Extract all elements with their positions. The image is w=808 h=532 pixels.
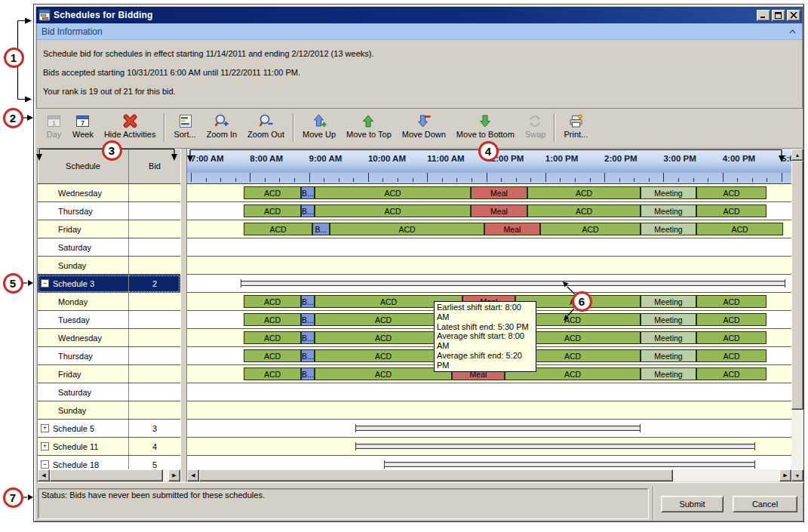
chart-hscroll-thumb[interactable] (199, 469, 673, 481)
schedule-row-tuesday-7[interactable]: Tuesday (38, 311, 180, 329)
summary-bar[interactable] (355, 426, 641, 431)
schedule-row-schedule-11-14[interactable]: +Schedule 114 (38, 438, 180, 456)
summary-bar[interactable] (355, 444, 755, 449)
week-button[interactable]: 7Week (67, 111, 99, 140)
scroll-down-button[interactable]: ▼ (791, 469, 803, 481)
acd-activity-bar[interactable]: ACD (315, 204, 471, 217)
meal-activity-bar[interactable]: Meal (484, 223, 540, 235)
schedule-row-wednesday-8[interactable]: Wednesday (38, 329, 180, 347)
acd-activity-bar[interactable]: ACD (315, 331, 452, 344)
close-button[interactable] (787, 10, 800, 21)
schedule-row-schedule-5-13[interactable]: +Schedule 53 (38, 420, 180, 438)
break-activity-bar[interactable]: B... (301, 313, 315, 326)
meeting-activity-bar[interactable]: Meeting (641, 313, 696, 326)
table-hscrollbar[interactable]: ◀ ▶ (38, 469, 180, 481)
acd-activity-bar[interactable]: ACD (527, 186, 641, 199)
acd-activity-bar[interactable]: ACD (696, 313, 767, 326)
vscroll-thumb[interactable] (791, 161, 803, 410)
schedule-row-friday-10[interactable]: Friday (38, 365, 180, 383)
break-activity-bar[interactable]: B... (301, 331, 315, 344)
schedule-row-schedule-18-15[interactable]: −Schedule 185 (38, 456, 180, 469)
break-activity-bar[interactable]: B... (312, 223, 330, 235)
expand-row-icon[interactable]: + (41, 442, 49, 451)
print-button[interactable]: Print... (558, 111, 593, 140)
acd-activity-bar[interactable]: ACD (244, 313, 301, 326)
summary-bar[interactable] (241, 281, 785, 286)
vscrollbar[interactable]: ▲ ▼ (791, 149, 803, 481)
acd-activity-bar[interactable]: ACD (696, 331, 767, 344)
day-button[interactable]: 1Day (41, 111, 67, 140)
meeting-activity-bar[interactable]: Meeting (641, 349, 696, 362)
zoom-out-button[interactable]: Zoom Out (242, 111, 290, 140)
meeting-activity-bar[interactable]: Meeting (641, 367, 696, 380)
scroll-up-button[interactable]: ▲ (791, 149, 803, 161)
chart-scroll-left-button[interactable]: ◀ (187, 469, 199, 481)
schedule-row-saturday-3[interactable]: Saturday (38, 238, 180, 257)
acd-activity-bar[interactable]: ACD (244, 367, 301, 380)
collapse-row-icon[interactable]: − (41, 460, 49, 469)
acd-activity-bar[interactable]: ACD (696, 349, 767, 362)
acd-activity-bar[interactable]: ACD (244, 349, 301, 362)
table-scroll-right-button[interactable]: ▶ (168, 469, 180, 481)
meeting-activity-bar[interactable]: Meeting (641, 186, 696, 199)
collapse-icon[interactable] (787, 26, 797, 37)
meeting-activity-bar[interactable]: Meeting (641, 295, 696, 308)
break-activity-bar[interactable]: B... (301, 186, 315, 199)
meeting-activity-bar[interactable]: Meeting (641, 204, 696, 217)
move-up-button[interactable]: Move Up (297, 111, 341, 140)
meal-activity-bar[interactable]: Meal (471, 186, 527, 199)
acd-activity-bar[interactable]: ACD (527, 204, 641, 217)
acd-activity-bar[interactable]: ACD (696, 367, 767, 380)
acd-activity-bar[interactable]: ACD (244, 295, 301, 308)
chart-scroll-right-button[interactable]: ▶ (779, 469, 791, 481)
break-activity-bar[interactable]: B... (301, 367, 315, 380)
meeting-activity-bar[interactable]: Meeting (641, 331, 696, 344)
summary-bar[interactable] (384, 462, 755, 467)
acd-activity-bar[interactable]: ACD (696, 186, 767, 199)
schedule-column-header[interactable]: Schedule (38, 149, 129, 183)
collapse-row-icon[interactable]: − (41, 279, 49, 288)
acd-activity-bar[interactable]: ACD (315, 313, 452, 326)
hide-activities-button[interactable]: Hide Activities (99, 111, 161, 140)
acd-activity-bar[interactable]: ACD (244, 331, 301, 344)
move-to-bottom-button[interactable]: Move to Bottom (451, 111, 520, 140)
splitter[interactable] (180, 149, 187, 481)
minimize-button[interactable] (757, 10, 770, 21)
schedule-row-sunday-12[interactable]: Sunday (38, 401, 180, 420)
chart-hscrollbar[interactable]: ◀ ▶ (187, 469, 791, 481)
acd-activity-bar[interactable]: ACD (315, 367, 452, 380)
table-hscroll-thumb[interactable] (50, 469, 163, 481)
submit-button[interactable]: Submit (661, 496, 724, 512)
acd-activity-bar[interactable]: ACD (244, 223, 312, 235)
acd-activity-bar[interactable]: ACD (696, 295, 767, 308)
move-to-top-button[interactable]: Move to Top (341, 111, 397, 140)
cancel-button[interactable]: Cancel (733, 496, 797, 512)
schedule-row-schedule-3-5[interactable]: −Schedule 32 (38, 275, 180, 293)
acd-activity-bar[interactable]: ACD (696, 204, 767, 217)
break-activity-bar[interactable]: B... (301, 204, 315, 217)
break-activity-bar[interactable]: B... (301, 295, 315, 308)
schedule-row-thursday-9[interactable]: Thursday (38, 347, 180, 365)
schedule-row-thursday-1[interactable]: Thursday (38, 202, 180, 220)
bid-column-header[interactable]: Bid (129, 149, 180, 183)
zoom-in-button[interactable]: Zoom In (201, 111, 242, 140)
schedule-row-sunday-4[interactable]: Sunday (38, 257, 180, 275)
schedule-row-saturday-11[interactable]: Saturday (38, 383, 180, 401)
acd-activity-bar[interactable]: ACD (315, 349, 452, 362)
meeting-activity-bar[interactable]: Meeting (641, 223, 696, 235)
acd-activity-bar[interactable]: ACD (330, 223, 484, 235)
acd-activity-bar[interactable]: ACD (540, 223, 641, 235)
swap-button[interactable]: Swap (520, 111, 551, 140)
schedule-row-wednesday-0[interactable]: Wednesday (38, 184, 180, 202)
acd-activity-bar[interactable]: ACD (696, 223, 783, 235)
acd-activity-bar[interactable]: ACD (315, 186, 471, 199)
table-scroll-left-button[interactable]: ◀ (38, 469, 50, 481)
sort-button[interactable]: Sort... (168, 111, 201, 140)
meal-activity-bar[interactable]: Meal (471, 204, 527, 217)
move-down-button[interactable]: Move Down (397, 111, 451, 140)
maximize-button[interactable] (772, 10, 785, 21)
break-activity-bar[interactable]: B... (301, 349, 315, 362)
expand-row-icon[interactable]: + (41, 424, 49, 432)
schedule-row-friday-2[interactable]: Friday (38, 220, 180, 238)
schedule-row-monday-6[interactable]: Monday (38, 293, 180, 311)
